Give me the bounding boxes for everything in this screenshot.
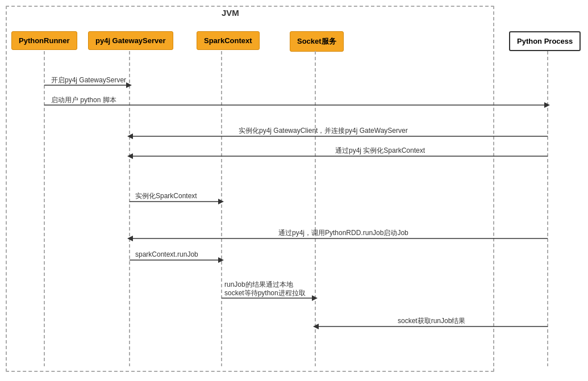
svg-marker-9 [544,102,550,108]
actor-socket: Socket服务 [290,31,344,52]
actor-pythonprocess: Python Process [509,31,581,51]
sequence-diagram: JVM PythonRunner py4j GatewayServer Spar… [0,0,588,381]
actor-pythonrunner: PythonRunner [11,31,77,50]
actor-sparkcontext: SparkContext [197,31,260,50]
jvm-label: JVM [222,8,239,18]
actor-gatewayserver: py4j GatewayServer [88,31,173,50]
jvm-box [6,6,494,372]
